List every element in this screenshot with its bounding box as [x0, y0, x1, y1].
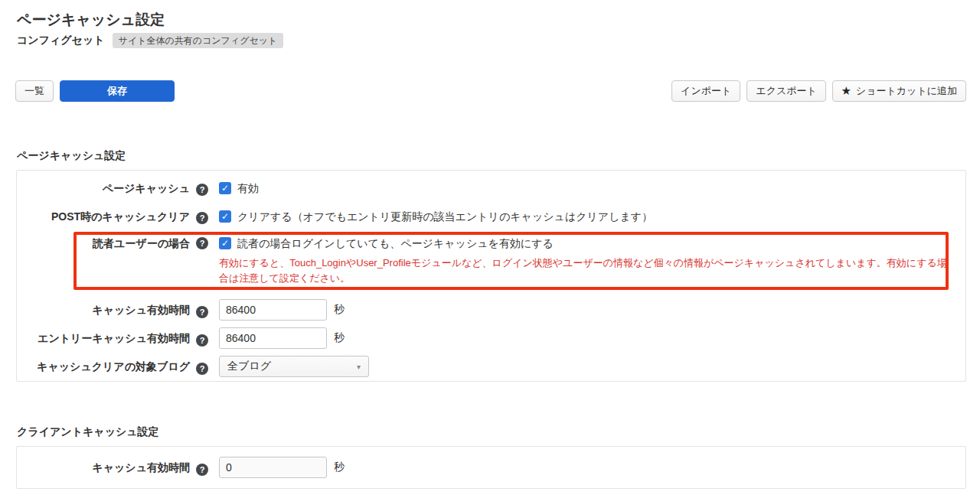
row-client-cache-lifetime: キャッシュ有効時間 ? 秒 — [17, 457, 965, 478]
section-heading-client-cache: クライアントキャッシュ設定 — [17, 425, 980, 439]
import-button[interactable]: インポート — [671, 80, 740, 102]
row-control: ✓ 有効 — [219, 180, 259, 197]
row-page-cache: ページキャッシュ ? ✓ 有効 — [17, 180, 965, 197]
row-control: ✓ 読者の場合ログインしていても、ページキャッシュを有効にする 有効にすると、T… — [219, 235, 948, 286]
toolbar-right: インポート エクスポート ★ ショートカットに追加 — [671, 80, 966, 102]
checkbox-text: 有効 — [237, 180, 259, 197]
row-entry-cache-lifetime: エントリーキャッシュ有効時間 ? 秒 — [17, 327, 965, 349]
checkbox-checked[interactable]: ✓ — [219, 237, 231, 249]
reader-cache-warning-note: 有効にすると、Touch_LoginやUser_Profileモジュールなど、ロ… — [219, 256, 948, 286]
row-control: 秒 — [219, 299, 345, 321]
row-cache-clear-target-blog: キャッシュクリアの対象ブログ ? 全ブログ ▾ — [17, 356, 965, 377]
checkbox-text: 読者の場合ログインしていても、ページキャッシュを有効にする — [237, 235, 554, 252]
add-shortcut-button[interactable]: ★ ショートカットに追加 — [832, 80, 966, 102]
help-icon[interactable]: ? — [196, 334, 208, 347]
unit-label: 秒 — [334, 461, 345, 474]
page-title: ページキャッシュ設定 — [17, 11, 980, 29]
page-cache-panel: ページキャッシュ ? ✓ 有効 POST時のキャッシュクリア ? ✓ クリアする… — [16, 170, 966, 382]
client-cache-lifetime-input[interactable] — [219, 457, 327, 478]
config-set-badge: サイト全体の共有のコンフィグセット — [113, 33, 284, 48]
unit-label: 秒 — [334, 303, 345, 317]
add-shortcut-label: ショートカットに追加 — [856, 84, 957, 98]
config-set-label: コンフィグセット — [17, 34, 105, 47]
row-label: エントリーキャッシュ有効時間 — [17, 327, 190, 349]
page-cache-settings-page: ページキャッシュ設定 コンフィグセット サイト全体の共有のコンフィグセット 一覧… — [0, 0, 980, 498]
list-button[interactable]: 一覧 — [15, 80, 54, 102]
cache-lifetime-input[interactable] — [219, 299, 327, 321]
chevron-down-icon: ▾ — [357, 363, 361, 371]
target-blog-select[interactable]: 全ブログ ▾ — [219, 356, 369, 377]
help-icon[interactable]: ? — [196, 363, 208, 375]
client-cache-panel: キャッシュ有効時間 ? 秒 — [16, 446, 966, 489]
row-control: 秒 — [219, 327, 345, 349]
star-icon: ★ — [841, 84, 851, 98]
help-icon[interactable]: ? — [196, 464, 208, 476]
row-label: POST時のキャッシュクリア — [17, 208, 190, 225]
toolbar: 一覧 保存 インポート エクスポート ★ ショートカットに追加 — [15, 80, 966, 102]
row-label: ページキャッシュ — [17, 180, 190, 197]
help-icon[interactable]: ? — [196, 212, 208, 224]
page-header: ページキャッシュ設定 コンフィグセット サイト全体の共有のコンフィグセット — [0, 0, 980, 48]
row-control: ✓ クリアする（オフでもエントリ更新時の該当エントリのキャッシュはクリアします） — [219, 208, 652, 225]
help-icon[interactable]: ? — [196, 237, 208, 249]
section-heading-page-cache: ページキャッシュ設定 — [17, 149, 980, 163]
unit-label: 秒 — [334, 331, 345, 345]
target-blog-select-value: 全ブログ — [227, 360, 271, 373]
help-icon[interactable]: ? — [196, 184, 208, 196]
checkbox-checked[interactable]: ✓ — [219, 182, 231, 194]
row-cache-lifetime: キャッシュ有効時間 ? 秒 — [17, 299, 965, 321]
row-control: 全ブログ ▾ — [219, 356, 369, 377]
entry-cache-lifetime-input[interactable] — [219, 327, 327, 349]
post-clear-checkbox-label[interactable]: ✓ クリアする（オフでもエントリ更新時の該当エントリのキャッシュはクリアします） — [219, 208, 652, 225]
reader-cache-checkbox-label[interactable]: ✓ 読者の場合ログインしていても、ページキャッシュを有効にする — [219, 235, 948, 252]
row-reader-user: 読者ユーザーの場合 ? ✓ 読者の場合ログインしていても、ページキャッシュを有効… — [17, 235, 965, 286]
row-label: キャッシュクリアの対象ブログ — [17, 356, 190, 377]
checkbox-text: クリアする（オフでもエントリ更新時の該当エントリのキャッシュはクリアします） — [237, 208, 652, 225]
row-control: 秒 — [219, 457, 345, 478]
row-post-cache-clear: POST時のキャッシュクリア ? ✓ クリアする（オフでもエントリ更新時の該当エ… — [17, 208, 965, 225]
save-button[interactable]: 保存 — [60, 80, 175, 102]
row-label: キャッシュ有効時間 — [17, 457, 190, 478]
page-cache-checkbox-label[interactable]: ✓ 有効 — [219, 180, 259, 197]
export-button[interactable]: エクスポート — [746, 80, 826, 102]
config-set-line: コンフィグセット サイト全体の共有のコンフィグセット — [17, 33, 980, 48]
help-icon[interactable]: ? — [196, 306, 208, 318]
row-label: キャッシュ有効時間 — [17, 299, 190, 321]
row-label: 読者ユーザーの場合 — [17, 235, 190, 252]
checkbox-checked[interactable]: ✓ — [219, 210, 231, 223]
toolbar-left: 一覧 保存 — [15, 80, 175, 102]
